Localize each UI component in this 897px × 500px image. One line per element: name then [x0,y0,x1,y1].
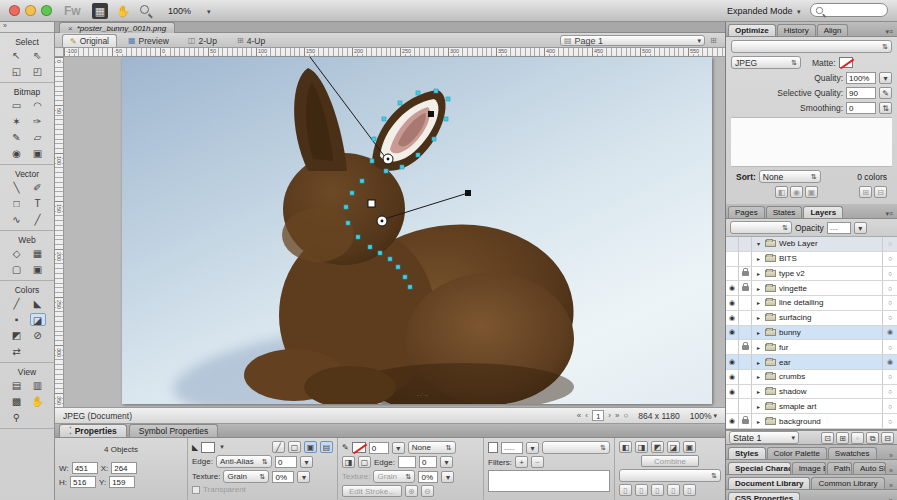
combine-select[interactable]: ⇅ [619,469,721,482]
expand-triangle-icon[interactable]: ▸ [755,373,762,380]
snap-color-icon[interactable]: ◉ [790,186,803,198]
tab-path[interactable]: Path [827,462,852,474]
fill-edge-amount[interactable]: 0 [275,456,297,468]
fill-texture-select[interactable]: Grain⇅ [223,470,269,483]
marquee-tool-icon[interactable]: ▭ [9,99,25,112]
panel-overflow-icon[interactable]: » [887,452,895,459]
height-field[interactable]: 516 [70,476,96,488]
pointer-tool-icon[interactable]: ↖ [9,49,25,62]
layer-radio-icon[interactable]: ○ [882,267,897,281]
next-state-icon[interactable]: › [608,411,611,420]
path-anchor-point[interactable] [416,91,420,95]
new-bitmap-icon[interactable]: ⊡ [821,432,834,444]
lock-icon[interactable] [739,237,752,251]
fill-edge-select[interactable]: Anti-Alias⇅ [216,455,272,468]
text-tool-icon[interactable]: T [30,197,46,210]
layer-name[interactable]: ear [779,358,791,367]
selective-quality-edit-icon[interactable]: ✎ [879,87,892,99]
lock-icon[interactable] [739,281,752,295]
layer-name[interactable]: surfacing [779,313,811,322]
crop-tool-icon[interactable]: ◰ [30,65,46,78]
fill-color-tool-icon[interactable]: ◪ [30,313,46,326]
transparent-checkbox[interactable] [192,486,200,494]
line-tool-icon[interactable]: ╲ [9,181,25,194]
new-sublayer-icon[interactable]: ▫ [851,432,864,444]
stroke-texture-amount[interactable]: 0% [418,471,438,483]
layer-radio-icon[interactable]: ○ [882,370,897,384]
path-anchor-point[interactable] [398,101,402,105]
lock-icon[interactable] [739,355,752,369]
path-anchor-point[interactable] [446,97,450,101]
status-zoom-caret-icon[interactable]: ▾ [713,412,717,420]
edit-stroke-button[interactable]: Edit Stroke... [342,485,402,497]
layer-name[interactable]: smaple art [779,402,816,411]
hotspot-tool-icon[interactable]: ◇ [9,247,25,260]
remove-filter-button[interactable]: − [531,456,544,468]
tab-2up[interactable]: ◫ 2-Up [181,34,224,47]
layer-radio-icon[interactable]: ◉ [882,355,897,369]
fill-option-pattern-button[interactable]: ▤ [320,441,333,453]
visibility-eye-icon[interactable]: ◉ [726,370,739,384]
default-colors-tool-icon[interactable]: ◩ [9,329,25,342]
path-anchor-point[interactable] [388,257,392,261]
layer-opacity-caret-button[interactable]: ▾ [854,222,867,234]
layer-row-web-layer[interactable]: ▾Web Layer○ [726,237,897,252]
hand-tool-icon[interactable]: ✋ [30,395,46,408]
edit-color-icon[interactable]: ◧ [775,186,788,198]
path-anchor-point[interactable] [400,165,404,169]
stroke-size-field[interactable]: 0 [369,442,389,454]
tab-common-library[interactable]: Common Library [811,477,884,489]
sort-select[interactable]: None⇅ [759,170,821,183]
tab-document-library[interactable]: Document Library [728,477,810,489]
layer-name[interactable]: fur [779,343,788,352]
pencil-tool-icon[interactable]: ✎ [9,131,25,144]
first-state-icon[interactable]: « [577,411,581,420]
visibility-eye-icon[interactable]: ◉ [726,326,739,340]
tab-auto-sh[interactable]: Auto Sh [853,462,886,474]
union-button[interactable]: ◧ [619,441,632,453]
path-anchor-point[interactable] [372,137,376,141]
subtract-button[interactable]: ◨ [635,441,648,453]
tab-css-properties[interactable]: CSS Properties [728,492,800,500]
search-box[interactable] [810,3,888,17]
layer-radio-icon[interactable]: ○ [882,237,897,251]
lock-icon[interactable] [739,267,752,281]
align-right-button[interactable]: ▯ [651,484,664,496]
tab-original[interactable]: ✎ Original [62,34,117,47]
optimize-panel-menu-icon[interactable]: ▾≡ [883,28,895,36]
expand-triangle-icon[interactable]: ▸ [755,329,762,336]
freeform-tool-icon[interactable]: ∿ [9,213,25,226]
lock-icon[interactable] [739,399,752,413]
layer-radio-icon[interactable]: ○ [882,281,897,295]
blur-tool-icon[interactable]: ◉ [9,147,25,160]
lock-icon[interactable] [739,326,752,340]
path-anchor-point[interactable] [432,137,436,141]
layer-name[interactable]: background [779,417,821,426]
doc-close-icon[interactable]: × [68,24,73,33]
standard-screen-tool-icon[interactable]: ▤ [9,379,25,392]
selective-quality-field[interactable]: 90 [846,87,876,99]
layer-name[interactable]: Web Layer [779,239,818,248]
no-color-tool-icon[interactable]: ⊘ [30,329,46,342]
layer-radio-icon[interactable]: ○ [882,340,897,354]
layer-mode-select[interactable]: ⇅ [730,221,792,234]
loop-icon[interactable]: ○ [623,411,628,420]
lock-icon[interactable] [739,252,752,266]
layer-row-line-detailing[interactable]: ◉▸line detailing○ [726,296,897,311]
quality-caret-button[interactable]: ▾ [879,72,892,84]
delete-layer-icon[interactable]: ⊟ [881,432,894,444]
path-anchor-point[interactable] [368,245,372,249]
path-anchor-point[interactable] [356,235,360,239]
visibility-eye-icon[interactable]: ◉ [726,281,739,295]
knife-tool-icon[interactable]: ╱ [30,213,46,226]
expand-triangle-icon[interactable]: ▸ [755,285,762,292]
handle-square[interactable] [428,111,434,117]
fill-texture-caret-button[interactable]: ▾ [297,471,310,483]
expand-triangle-icon[interactable]: ▸ [755,403,762,410]
punch-button[interactable]: ◪ [667,441,680,453]
stroke-size-caret-button[interactable]: ▾ [392,442,405,454]
layer-row-crumbs[interactable]: ◉▸crumbs○ [726,370,897,385]
rectangle-tool-icon[interactable]: □ [9,197,25,210]
eraser-tool-icon[interactable]: ▱ [30,131,46,144]
zoom-level[interactable]: 100% [168,6,191,16]
